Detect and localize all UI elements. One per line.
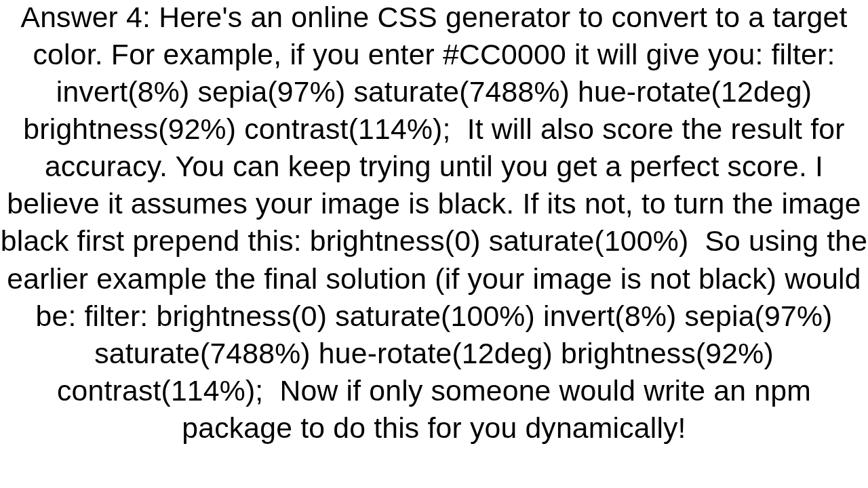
document-viewport: Answer 4: Here's an online CSS generator… <box>0 0 868 488</box>
answer-body-text: Answer 4: Here's an online CSS generator… <box>0 0 868 447</box>
